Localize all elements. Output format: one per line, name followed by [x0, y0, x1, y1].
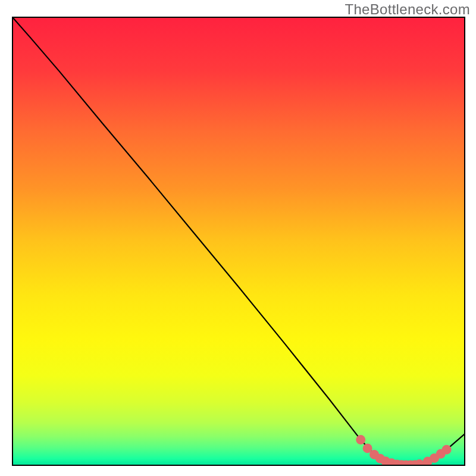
highlight-dot — [442, 445, 452, 455]
highlight-dot — [415, 459, 424, 469]
chart-svg — [0, 0, 476, 476]
gradient-background — [12, 17, 465, 465]
chart-stage: TheBottleneck.com — [0, 0, 476, 476]
highlight-dot — [356, 435, 365, 444]
